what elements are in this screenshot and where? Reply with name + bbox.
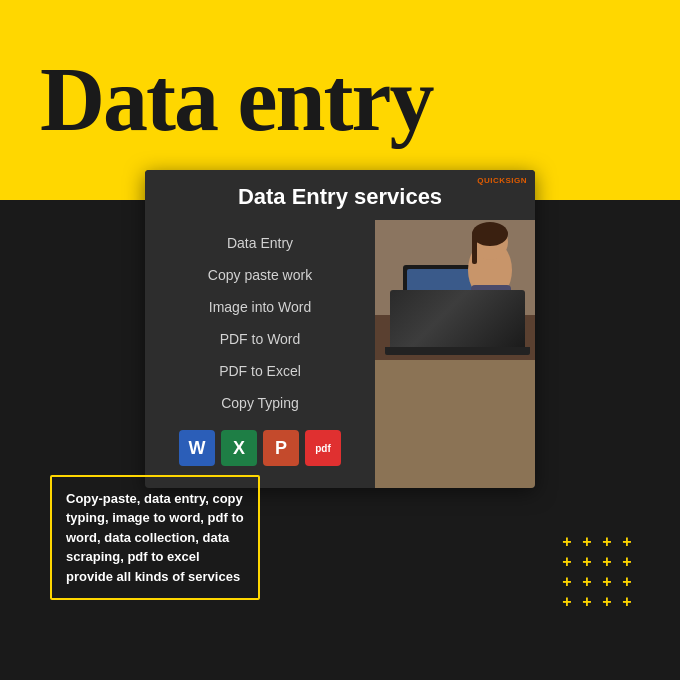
plus-icon: + [599, 594, 615, 610]
card-title: Data Entry services [165, 184, 515, 210]
card-image [375, 220, 535, 488]
list-item: Data Entry [145, 228, 375, 258]
svg-rect-11 [465, 308, 475, 318]
list-item: Image into Word [145, 292, 375, 322]
description-text: Copy-paste, data entry, copy typing, ima… [66, 489, 244, 587]
plus-icon: + [559, 574, 575, 590]
plus-icon: + [559, 534, 575, 550]
app-icons-row: W X P pdf [145, 420, 375, 476]
excel-icon: X [221, 430, 257, 466]
plus-icon: + [559, 554, 575, 570]
service-card: QUICKSIGN Data Entry services Data Entry… [145, 170, 535, 488]
list-item: Copy Typing [145, 388, 375, 418]
plus-icon: + [599, 574, 615, 590]
page-container: Data entry QUICKSIGN Data Entry services… [0, 0, 680, 680]
plus-icon: + [559, 594, 575, 610]
description-box: Copy-paste, data entry, copy typing, ima… [50, 475, 260, 601]
svg-rect-10 [440, 305, 475, 315]
list-item: Copy paste work [145, 260, 375, 290]
plus-icon: + [619, 574, 635, 590]
person-laptop-svg [375, 220, 535, 360]
quicksign-logo: QUICKSIGN [477, 176, 527, 185]
svg-rect-9 [471, 285, 511, 320]
card-header: QUICKSIGN Data Entry services [145, 170, 535, 220]
svg-rect-1 [375, 315, 535, 360]
plus-icon: + [619, 534, 635, 550]
word-icon: W [179, 430, 215, 466]
svg-rect-12 [410, 308, 490, 314]
laptop-illustration [375, 220, 535, 360]
main-title: Data entry [40, 55, 432, 145]
card-list: Data Entry Copy paste work Image into Wo… [145, 220, 375, 488]
list-item: PDF to Word [145, 324, 375, 354]
bottom-section: QUICKSIGN Data Entry services Data Entry… [0, 200, 680, 680]
plus-icon: + [579, 594, 595, 610]
plus-grid-decoration: + + + + + + + + + + + + + + + + [559, 534, 635, 610]
svg-rect-2 [395, 318, 510, 330]
svg-point-7 [472, 222, 508, 246]
card-body: Data Entry Copy paste work Image into Wo… [145, 220, 535, 488]
plus-icon: + [579, 574, 595, 590]
pdf-icon: pdf [305, 430, 341, 466]
svg-rect-8 [472, 234, 477, 264]
plus-icon: + [599, 554, 615, 570]
svg-rect-0 [375, 220, 535, 360]
list-item: PDF to Excel [145, 356, 375, 386]
plus-icon: + [579, 554, 595, 570]
powerpoint-icon: P [263, 430, 299, 466]
plus-icon: + [599, 534, 615, 550]
plus-icon: + [619, 594, 635, 610]
plus-icon: + [579, 534, 595, 550]
plus-icon: + [619, 554, 635, 570]
